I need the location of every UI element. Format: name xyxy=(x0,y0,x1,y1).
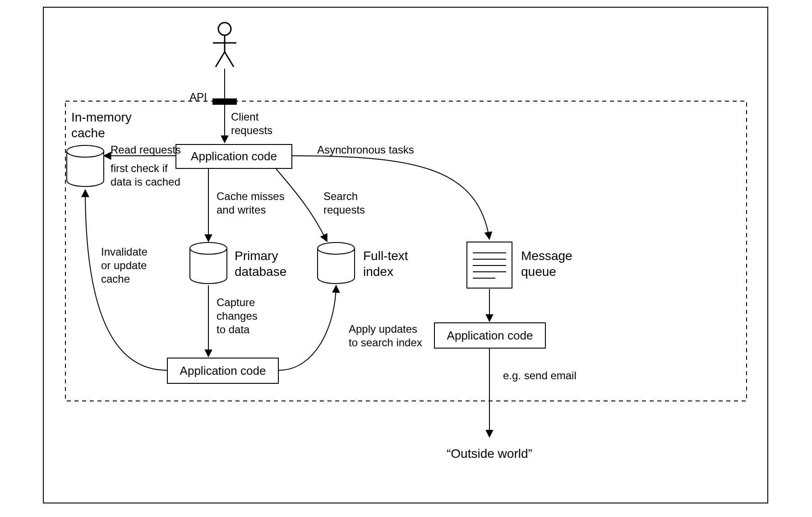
async-tasks-label: Asynchronous tasks xyxy=(317,143,414,157)
app-code-bottom-label: Application code xyxy=(180,364,266,378)
message-queue-title: Message queue xyxy=(521,248,572,279)
fulltext-title: Full-text index xyxy=(363,248,408,279)
primary-db-title: Primary database xyxy=(235,248,286,279)
arrow-apply-updates xyxy=(279,285,336,370)
first-check-label: first check if data is cached xyxy=(111,162,180,189)
svg-point-0 xyxy=(218,23,231,35)
svg-line-3 xyxy=(216,52,225,67)
outside-world-title: “Outside world” xyxy=(447,446,532,461)
client-requests-label: Client requests xyxy=(231,110,272,137)
capture-changes-label: Capture changes to data xyxy=(217,296,258,336)
app-code-top-label: Application code xyxy=(191,149,277,163)
user-icon xyxy=(213,23,236,67)
app-code-right-label: Application code xyxy=(447,329,533,343)
arrow-async-tasks xyxy=(292,156,489,239)
read-requests-label: Read requests xyxy=(111,143,181,157)
cache-title: In-memory cache xyxy=(71,109,132,141)
app-code-bottom-box: Application code xyxy=(167,358,279,384)
message-queue-icon xyxy=(467,242,512,288)
app-code-top-box: Application code xyxy=(175,144,292,169)
app-code-right-box: Application code xyxy=(434,322,546,349)
api-label: API xyxy=(189,90,207,104)
fulltext-cylinder-icon xyxy=(318,242,355,284)
primary-db-cylinder-icon xyxy=(190,242,227,284)
cache-misses-label: Cache misses and writes xyxy=(217,190,285,217)
svg-line-4 xyxy=(225,52,234,67)
cache-cylinder-icon xyxy=(67,145,104,186)
search-requests-label: Search requests xyxy=(323,190,365,217)
send-email-label: e.g. send email xyxy=(503,369,577,382)
apply-updates-label: Apply updates to search index xyxy=(349,322,422,349)
invalidate-cache-label: Invalidate or update cache xyxy=(101,245,148,286)
